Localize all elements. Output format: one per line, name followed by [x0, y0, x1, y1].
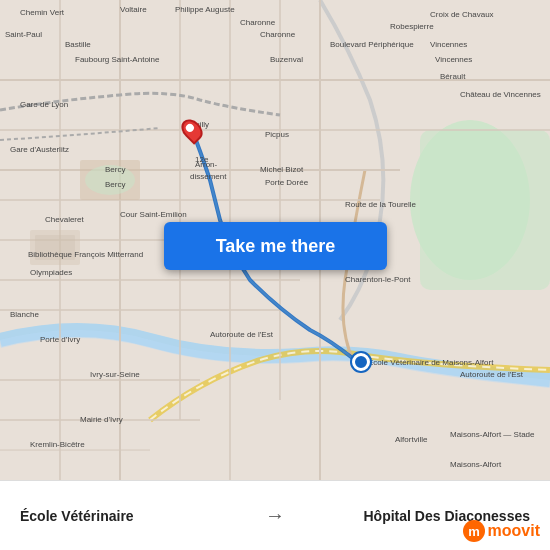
footer-from-label: École Vétérinaire — [20, 508, 247, 524]
destination-marker — [352, 353, 370, 371]
moovit-icon: m — [463, 520, 485, 542]
map-container: Chemin VertVoltairePhilippe AugusteCharo… — [0, 0, 550, 480]
moovit-text: moovit — [488, 522, 540, 540]
svg-rect-21 — [35, 235, 75, 260]
footer-arrow-icon: → — [265, 504, 285, 527]
svg-point-22 — [85, 165, 135, 195]
footer: École Vétérinaire → Hôpital Des Diacones… — [0, 480, 550, 550]
moovit-logo: m moovit — [463, 520, 540, 542]
svg-text:m: m — [468, 524, 480, 539]
svg-rect-2 — [420, 130, 550, 290]
take-me-there-button[interactable]: Take me there — [164, 222, 387, 270]
